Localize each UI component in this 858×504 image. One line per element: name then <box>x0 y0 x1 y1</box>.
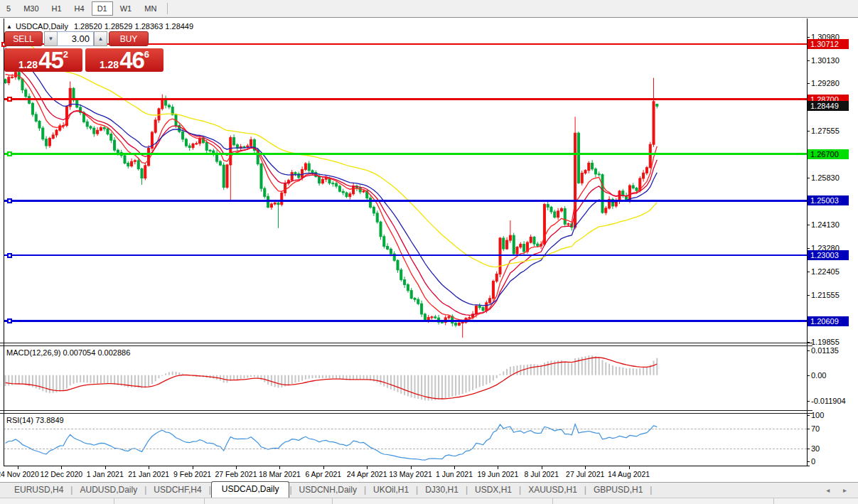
sell-price-frac: 1.28 <box>18 59 38 70</box>
candle <box>124 156 126 163</box>
candle <box>400 270 402 280</box>
macd-axis-tick: 0.01135 <box>811 346 839 355</box>
candle <box>410 291 412 299</box>
candle <box>560 209 562 211</box>
candle <box>605 208 607 213</box>
tab-dj30-h1[interactable]: DJ30,H1 <box>418 483 466 498</box>
candle <box>506 240 508 249</box>
candle <box>387 247 389 250</box>
price-axis-tick: 1.21555 <box>811 291 840 299</box>
candle <box>431 317 433 318</box>
tab-xauusd-h1[interactable]: XAUUSD,H1 <box>521 483 584 498</box>
toolbar-timeframe-d1[interactable]: D1 <box>92 1 113 16</box>
candle <box>594 169 596 174</box>
toolbar-timeframe-h4[interactable]: H4 <box>69 1 90 16</box>
candle <box>503 238 505 249</box>
tab-usdchf-h4[interactable]: USDCHF,H4 <box>146 483 208 498</box>
hline-handle-1.20609[interactable] <box>7 318 12 323</box>
buy-price-frac: 1.28 <box>100 59 119 70</box>
candle <box>520 245 522 247</box>
rsi-axis-tick: 70 <box>811 424 820 433</box>
date-axis-tickmark <box>236 466 237 469</box>
candle <box>390 249 392 254</box>
hline-handle-1.25003[interactable] <box>7 198 12 203</box>
toolbar-timeframe-mn[interactable]: MN <box>139 1 162 16</box>
candle <box>588 163 590 171</box>
date-axis-tickmark <box>367 466 368 469</box>
hline-handle-1.23003[interactable] <box>7 253 12 258</box>
volume-input[interactable] <box>57 31 94 46</box>
buy-price-tile[interactable]: 1.28 46 6 <box>85 48 163 72</box>
buy-button[interactable]: BUY <box>109 31 149 46</box>
hline-1.20609[interactable] <box>4 320 807 322</box>
candle <box>645 168 648 173</box>
pane-splitter-0[interactable] <box>0 343 813 343</box>
pane-splitter-0[interactable] <box>0 345 813 346</box>
candle <box>233 138 235 145</box>
hline-handle-1.267[interactable] <box>7 151 12 156</box>
candle <box>76 100 78 107</box>
price-axis-tickmark <box>807 248 810 249</box>
candle <box>321 179 323 183</box>
macd-indicator-label: MACD(12,26,9) 0.007054 0.002886 <box>6 348 130 357</box>
candle <box>577 133 579 183</box>
candle <box>636 188 638 191</box>
tab-eurusd-h4[interactable]: EURUSD,H4 <box>7 483 70 498</box>
candle <box>4 80 6 83</box>
tab-ukoil-h1[interactable]: UKOil,H1 <box>366 483 416 498</box>
date-axis-tickmark <box>105 466 106 469</box>
candle <box>455 323 457 326</box>
sell-price-tile[interactable]: 1.28 45 2 <box>4 48 82 72</box>
candle <box>8 77 10 83</box>
candle <box>448 316 450 318</box>
date-axis-tickmark <box>149 466 149 469</box>
toolbar-timeframe-m30[interactable]: M30 <box>18 1 44 16</box>
candle <box>31 103 33 114</box>
moving-average-13 <box>6 64 658 315</box>
toolbar-timeframe-h1[interactable]: H1 <box>46 1 68 16</box>
tab-usdcnh-daily[interactable]: USDCNH,Daily <box>292 483 364 498</box>
date-axis-label: 9 Feb 2021 <box>173 470 211 478</box>
tab-gbpusd-h1[interactable]: GBPUSD,H1 <box>586 483 650 498</box>
pane-splitter-1[interactable] <box>0 410 813 411</box>
candle <box>584 171 586 173</box>
toolbar-timeframe-w1[interactable]: W1 <box>114 1 138 16</box>
price-badge-1.23003: 1.23003 <box>808 250 849 260</box>
date-axis-tickmark <box>411 466 412 469</box>
tab-usdx-h1[interactable]: USDX,H1 <box>468 483 519 498</box>
volume-increase-button[interactable]: ▲ <box>94 31 107 46</box>
hline-handle-1.287[interactable] <box>7 97 12 102</box>
candle <box>495 274 498 282</box>
hline-1.287[interactable] <box>4 98 807 100</box>
buy-price-big: 46 <box>119 50 144 70</box>
pane-splitter-1[interactable] <box>0 413 813 414</box>
candle <box>55 130 58 135</box>
candle <box>274 203 276 204</box>
tab-usdcad-daily[interactable]: USDCAD,Daily <box>211 481 290 498</box>
candle <box>516 247 518 254</box>
date-axis-tickmark <box>323 466 324 469</box>
candle <box>260 164 262 189</box>
hline-1.25003[interactable] <box>4 200 807 202</box>
volume-decrease-button[interactable]: ▼ <box>44 31 58 46</box>
tab-scroll-arrows[interactable]: ◂ ▸ <box>826 486 852 494</box>
candle <box>372 208 375 213</box>
rsi-pane-canvas[interactable] <box>4 414 807 466</box>
date-axis-label: 19 Jun 2021 <box>477 470 518 478</box>
candle <box>195 144 198 144</box>
candle <box>21 79 23 90</box>
candle <box>591 163 594 169</box>
candle <box>554 212 556 218</box>
date-axis-tickmark <box>498 466 498 469</box>
toolbar-timeframe-5[interactable]: 5 <box>1 1 16 16</box>
chart-title: ▲ USDCAD,Daily 1.28520 1.28529 1.28363 1… <box>6 22 193 31</box>
hline-1.23003[interactable] <box>4 254 807 256</box>
sell-button[interactable]: SELL <box>4 31 43 46</box>
price-axis-tickmark <box>807 295 810 296</box>
candle <box>291 173 293 181</box>
candle <box>550 207 552 212</box>
hline-1.267[interactable] <box>4 153 807 155</box>
one-click-trade-panel: SELL ▼ ▲ BUY 1.28 45 2 1.28 46 6 <box>4 31 164 46</box>
candle <box>97 130 99 134</box>
tab-audusd-daily[interactable]: AUDUSD,Daily <box>73 483 144 498</box>
